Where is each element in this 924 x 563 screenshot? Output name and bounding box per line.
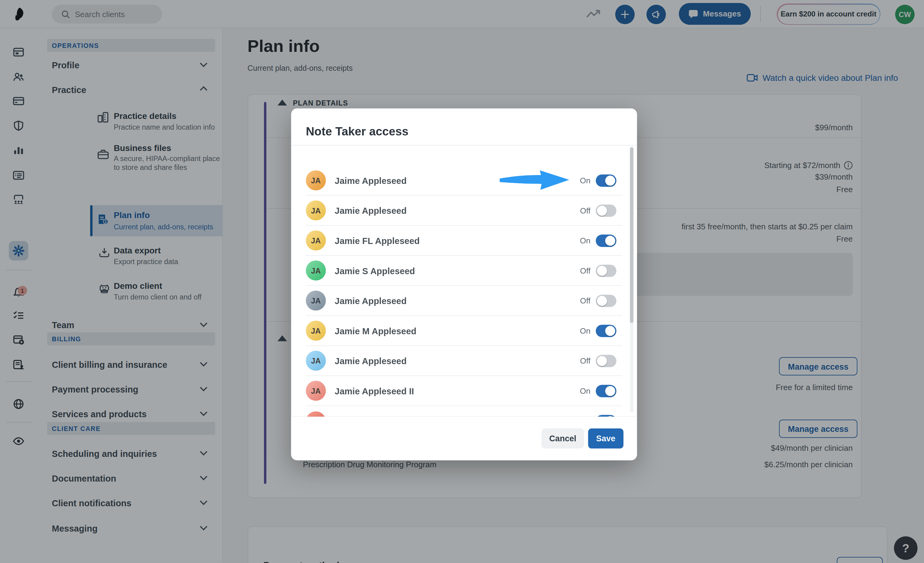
clinician-row: JA Jamie FL Appleseed On [306, 226, 622, 256]
access-toggle[interactable] [596, 324, 616, 337]
app-viewport: Search clients Messages [0, 0, 924, 563]
clinician-name: Jamie M Appleseed [335, 326, 580, 336]
modal-title: Note Taker access [306, 125, 409, 138]
toggle-state-label: On [580, 236, 590, 245]
toggle-state-label: On [580, 386, 590, 395]
avatar: JA [306, 170, 326, 190]
clinician-row: JA Jaime Appleseed On [306, 166, 622, 196]
access-toggle[interactable] [596, 354, 616, 367]
toggle-state-label: Off [580, 296, 590, 305]
note-taker-access-modal: Note Taker access JA Jaime Appleseed On … [291, 108, 637, 461]
save-button[interactable]: Save [588, 428, 624, 449]
clinician-name: Jamie S Appleseed [335, 266, 580, 276]
clinician-row-partial [306, 406, 622, 417]
avatar [306, 411, 326, 417]
access-toggle[interactable] [596, 264, 616, 277]
clinician-list: JA Jaime Appleseed On JA Jamie Appleseed… [291, 146, 637, 417]
toggle-state-label: On [580, 176, 590, 185]
avatar: JA [306, 200, 326, 221]
avatar: JA [306, 351, 326, 371]
avatar: JA [306, 321, 326, 341]
access-toggle[interactable] [596, 234, 616, 247]
clinician-row: JA Jamie S Appleseed Off [306, 256, 622, 286]
clinician-row: JA Jamie M Appleseed On [306, 316, 622, 346]
clinician-row: JA Jamie Appleseed Off [306, 346, 622, 376]
avatar: JA [306, 260, 326, 281]
access-toggle[interactable] [596, 204, 616, 217]
toggle-state-label: On [580, 326, 590, 335]
modal-footer: Cancel Save [291, 417, 637, 460]
clinician-row: JA Jamie Appleseed Off [306, 286, 622, 316]
clinician-name: Jamie FL Appleseed [335, 236, 580, 246]
avatar: JA [306, 381, 326, 401]
avatar: JA [306, 231, 326, 251]
avatar: JA [306, 291, 326, 311]
clinician-name: Jamie Appleseed [335, 205, 580, 215]
clinician-name: Jamie Appleseed [335, 356, 580, 366]
toggle-state-label: Off [580, 206, 590, 215]
annotation-arrow-icon [499, 169, 572, 192]
modal-scrollbar[interactable] [630, 146, 634, 412]
access-toggle[interactable] [596, 294, 616, 307]
access-toggle[interactable] [596, 384, 616, 397]
modal-scrollbar-thumb[interactable] [630, 147, 634, 323]
clinician-row: JA Jamie Appleseed Off [306, 196, 622, 226]
clinician-name: Jamie Appleseed II [335, 386, 580, 396]
clinician-row: JA Jamie Appleseed II On [306, 376, 622, 406]
cancel-button[interactable]: Cancel [542, 428, 584, 449]
clinician-name: Jamie Appleseed [335, 296, 580, 306]
toggle-state-label: Off [580, 266, 590, 275]
toggle-state-label: Off [580, 356, 590, 365]
access-toggle[interactable] [596, 174, 616, 187]
